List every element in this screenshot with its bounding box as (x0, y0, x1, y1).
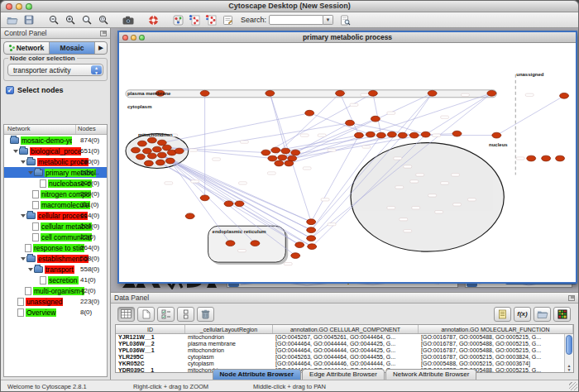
network-node[interactable] (175, 148, 184, 154)
table-column-header[interactable]: _cellularLayoutRegion (185, 325, 273, 333)
tab-mosaic[interactable]: Mosaic (50, 42, 95, 54)
expand-triangle-icon[interactable] (28, 268, 33, 271)
advanced-search-button[interactable] (337, 13, 353, 26)
select-nodes-checkbox[interactable]: ✓ (6, 86, 14, 94)
network-node[interactable] (147, 153, 156, 159)
table-row[interactable]: YLR295Ccytoplasm[GO:0045263, GO:0044464,… (116, 354, 573, 361)
network-edge[interactable] (496, 96, 564, 136)
unselect-attributes-button[interactable] (177, 307, 194, 322)
network-node[interactable] (398, 132, 407, 138)
heatmap-button[interactable] (553, 307, 571, 322)
tab-network-attribute-browser[interactable]: Network Attribute Browser (385, 369, 476, 380)
tree-row[interactable]: unassigned223(0) (4, 296, 107, 307)
network-node[interactable] (556, 155, 565, 161)
network-overlay-icon[interactable] (186, 13, 203, 26)
tree-row[interactable]: cellular metabol209(0) (4, 221, 107, 232)
import-attributes-button[interactable] (534, 307, 551, 322)
network-edge[interactable] (170, 161, 311, 231)
network-node[interactable] (266, 90, 275, 96)
notes-button[interactable] (494, 307, 511, 322)
network-node[interactable] (291, 253, 300, 259)
vizmapper-icon[interactable] (170, 13, 186, 26)
expand-triangle-icon[interactable] (21, 214, 26, 218)
network-node[interactable] (224, 201, 233, 207)
tree-row[interactable]: nucleobase-c209(0) (4, 178, 107, 189)
network-view-titlebar[interactable]: primary metabolic process (119, 32, 576, 43)
network-node[interactable] (308, 244, 317, 250)
tree-row[interactable]: cell communicat22(0) (4, 232, 107, 242)
network-node[interactable] (527, 155, 536, 161)
network-node[interactable] (156, 160, 165, 165)
network-overlay-alt-icon[interactable] (203, 13, 219, 26)
network-node[interactable] (291, 150, 300, 155)
network-node[interactable] (235, 201, 244, 207)
network-node[interactable] (428, 90, 437, 96)
network-edge[interactable] (162, 113, 309, 143)
table-scrollbar[interactable]: ▲▼ (564, 334, 573, 372)
search-dropdown-arrow[interactable]: ▼ (323, 15, 333, 25)
network-edge[interactable] (309, 113, 371, 135)
network-node[interactable] (251, 241, 260, 246)
tree-row[interactable]: primary metabolic process209(... (4, 167, 107, 178)
attribute-table-header[interactable]: ID_cellularLayoutRegionannotation.GO CEL… (116, 325, 573, 334)
network-node[interactable] (157, 152, 166, 158)
zoom-out-button[interactable] (45, 13, 62, 26)
tree-row[interactable]: nitrogen compo209(0) (4, 189, 107, 199)
tree-row[interactable]: metabolic process280(0) (4, 156, 107, 167)
expand-triangle-icon[interactable] (28, 171, 33, 174)
network-node[interactable] (268, 155, 277, 161)
network-node[interactable] (278, 155, 287, 160)
tree-row[interactable]: transport558(0) (4, 264, 107, 275)
network-node[interactable] (152, 146, 161, 152)
network-edge[interactable] (340, 93, 359, 136)
network-node[interactable] (336, 90, 345, 96)
delete-attribute-button[interactable] (197, 307, 214, 322)
network-node[interactable] (560, 93, 569, 98)
network-node[interactable] (136, 154, 145, 160)
tree-row[interactable]: mosaic-demo-yeast874(0) (4, 135, 107, 146)
snapshot-button[interactable] (120, 13, 136, 26)
zoom-selected-button[interactable] (79, 13, 95, 26)
table-row[interactable]: YKR052Ccytoplasm[GO:0044464, GO:0044446,… (116, 361, 573, 367)
network-node[interactable] (366, 131, 375, 137)
network-node[interactable] (492, 132, 501, 138)
network-node[interactable] (165, 158, 175, 164)
network-node[interactable] (271, 147, 280, 153)
tree-row[interactable]: establishment of lo558(0) (4, 253, 107, 264)
table-column-header[interactable]: annotation.GO MOLECULAR_FUNCTION (419, 325, 573, 333)
table-column-header[interactable]: annotation.GO CELLULAR_COMPONENT (273, 325, 419, 333)
network-node[interactable] (295, 242, 304, 248)
expand-triangle-icon[interactable] (21, 160, 26, 164)
tab-network[interactable]: Network (4, 42, 50, 54)
network-node[interactable] (409, 132, 419, 138)
network-node[interactable] (307, 219, 316, 225)
table-row[interactable]: YPL036W__1mitochondrion[GO:0044464, GO:0… (116, 347, 573, 354)
network-edge[interactable] (311, 136, 359, 222)
network-node[interactable] (275, 160, 284, 166)
tab-edge-attribute-browser[interactable]: Edge Attribute Browser (302, 369, 385, 380)
network-node[interactable] (368, 90, 377, 96)
network-edge[interactable] (170, 161, 311, 222)
tree-row[interactable]: response to stimulu264(0) (4, 242, 107, 253)
table-row[interactable]: YPL036W__2plasma membrane[GO:0044464, GO… (116, 341, 573, 347)
network-node[interactable] (131, 147, 140, 153)
resize-grip[interactable] (569, 382, 577, 390)
window-titlebar[interactable]: Cytoscape Desktop (New Session) (1, 1, 578, 12)
network-node[interactable] (371, 116, 380, 122)
network-node[interactable] (261, 150, 270, 155)
annotation-button[interactable] (219, 13, 236, 26)
help-button[interactable] (145, 13, 161, 26)
tree-row[interactable]: multi-organism pro42(0) (4, 285, 107, 296)
node-color-attribute-select[interactable]: transporter activity ▲▼ (7, 64, 103, 76)
network-node[interactable] (387, 131, 396, 137)
tree-header[interactable]: Network Nodes (4, 125, 107, 135)
network-node[interactable] (137, 141, 146, 146)
float-panel-icon[interactable] (100, 31, 107, 36)
attribute-select-button[interactable] (117, 307, 135, 322)
new-attribute-button[interactable] (137, 307, 155, 322)
network-node[interactable] (307, 227, 316, 233)
region-plasma-membrane[interactable] (126, 90, 496, 98)
zoom-in-button[interactable] (62, 13, 79, 26)
network-node[interactable] (162, 145, 171, 151)
network-node[interactable] (200, 90, 209, 96)
